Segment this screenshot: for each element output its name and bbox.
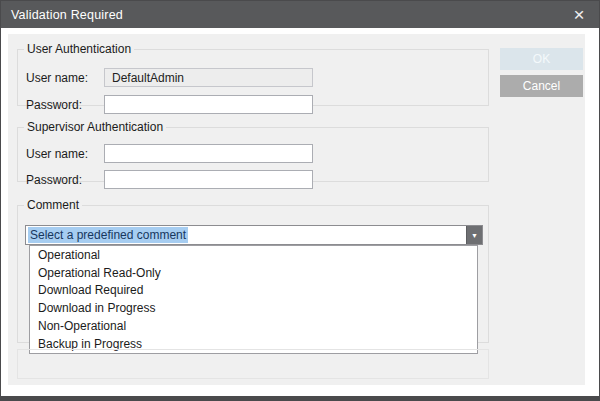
option-download-in-progress[interactable]: Download in Progress [30, 299, 477, 317]
user-auth-password-label: Password: [26, 98, 82, 112]
supervisor-password-label: Password: [26, 173, 82, 187]
user-auth-group: User Authentication User name: Password: [17, 42, 489, 106]
user-auth-password-field[interactable] [104, 95, 313, 114]
comment-combobox[interactable]: Select a predefined comment ▼ [25, 225, 483, 245]
user-auth-username-field[interactable] [104, 68, 313, 87]
option-operational[interactable]: Operational [30, 246, 477, 264]
comment-group: Comment Select a predefined comment ▼ Op… [17, 198, 489, 343]
supervisor-auth-legend: Supervisor Authentication [24, 120, 166, 134]
user-auth-legend: User Authentication [24, 42, 134, 56]
user-auth-username-label: User name: [26, 71, 88, 85]
chevron-down-icon: ▼ [471, 232, 478, 239]
ok-button[interactable]: OK [500, 48, 583, 70]
window-title: Validation Required [1, 8, 123, 22]
option-operational-read-only[interactable]: Operational Read-Only [30, 264, 477, 282]
window-bottom-border [1, 396, 599, 400]
dialog-body: User Authentication User name: Password:… [8, 34, 585, 385]
combo-dropdown-button[interactable]: ▼ [466, 226, 482, 244]
supervisor-username-field[interactable] [104, 144, 313, 163]
supervisor-password-field[interactable] [104, 170, 313, 189]
validation-dialog: Validation Required × User Authenticatio… [0, 0, 600, 401]
status-box [17, 349, 489, 379]
supervisor-username-label: User name: [26, 147, 88, 161]
option-non-operational[interactable]: Non-Operational [30, 317, 477, 335]
option-download-required[interactable]: Download Required [30, 282, 477, 300]
cancel-button[interactable]: Cancel [500, 75, 583, 97]
titlebar: Validation Required × [1, 1, 599, 28]
supervisor-auth-group: Supervisor Authentication User name: Pas… [17, 120, 489, 182]
comment-legend: Comment [24, 198, 82, 212]
comment-options-list: Operational Operational Read-Only Downlo… [29, 245, 478, 354]
close-icon[interactable]: × [565, 1, 593, 28]
comment-combobox-value: Select a predefined comment [28, 227, 188, 243]
